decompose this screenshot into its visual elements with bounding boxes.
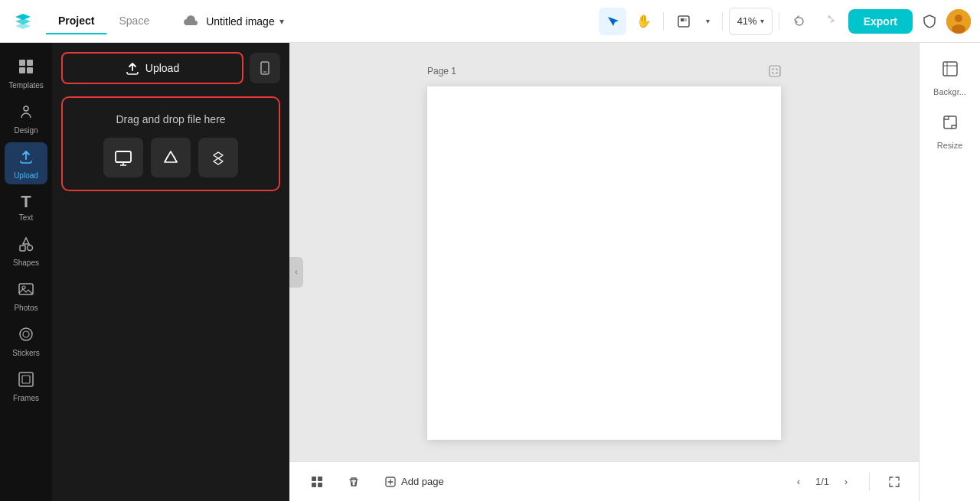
- svg-point-16: [20, 328, 32, 340]
- svg-rect-2: [681, 18, 684, 21]
- svg-point-5: [955, 15, 962, 22]
- sidebar-item-upload[interactable]: Upload: [5, 142, 47, 184]
- tab-space[interactable]: Space: [106, 8, 162, 34]
- canvas-area: Page 1 Add page ‹: [289, 43, 919, 501]
- export-button[interactable]: Export: [848, 9, 913, 34]
- svg-rect-12: [20, 246, 25, 251]
- svg-rect-7: [19, 60, 25, 66]
- next-page-button[interactable]: ›: [835, 471, 857, 493]
- templates-icon: [18, 58, 34, 78]
- page-expand-icon[interactable]: [769, 65, 781, 80]
- shapes-label: Shapes: [13, 259, 39, 267]
- resize-label: Resize: [937, 141, 963, 150]
- background-panel-item[interactable]: Backgr...: [926, 52, 975, 102]
- dropbox-upload-button[interactable]: [198, 138, 238, 177]
- svg-point-13: [28, 246, 33, 251]
- resize-icon: [941, 113, 959, 136]
- upload-panel-button[interactable]: Upload: [61, 52, 243, 84]
- zoom-value: 41%: [737, 15, 757, 27]
- sidebar-item-photos[interactable]: Photos: [5, 275, 47, 317]
- header-center: Untitled image ▾: [180, 11, 592, 32]
- page-label-row: Page 1: [427, 65, 781, 80]
- undo-button[interactable]: [786, 8, 813, 35]
- shapes-icon: [18, 236, 34, 255]
- select-tool-button[interactable]: [599, 8, 626, 35]
- page-wrapper: Page 1: [427, 65, 781, 440]
- svg-point-15: [22, 286, 25, 289]
- tab-project[interactable]: Project: [46, 8, 106, 34]
- sidebar-item-shapes[interactable]: Shapes: [5, 229, 47, 272]
- svg-rect-3: [684, 18, 687, 21]
- file-title: Untitled image: [206, 15, 275, 28]
- templates-label: Templates: [8, 81, 44, 89]
- stickers-label: Stickers: [12, 349, 40, 357]
- google-drive-upload-button[interactable]: [151, 138, 191, 177]
- device-upload-button[interactable]: [103, 138, 143, 177]
- title-dropdown-icon[interactable]: ▾: [279, 16, 284, 27]
- bottom-divider: [869, 473, 870, 491]
- svg-rect-8: [27, 60, 33, 66]
- sidebar-item-text[interactable]: T Text: [5, 187, 47, 226]
- redo-button[interactable]: [815, 8, 842, 35]
- drag-drop-text: Drag and drop file here: [116, 113, 225, 125]
- photos-icon: [18, 281, 34, 301]
- page-counter: 1/1: [815, 476, 829, 487]
- page-label-text: Page 1: [427, 66, 456, 76]
- add-page-button[interactable]: Add page: [375, 471, 453, 493]
- resize-panel-item[interactable]: Resize: [926, 106, 975, 156]
- sidebar-item-design[interactable]: Design: [5, 97, 47, 139]
- toolbar-divider-1: [663, 12, 664, 31]
- svg-point-17: [23, 331, 29, 337]
- upload-panel: Upload Drag and drop file here: [52, 43, 289, 501]
- pagination: ‹ 1/1 ›: [788, 471, 857, 493]
- svg-text:✋: ✋: [636, 15, 650, 28]
- upload-button-label: Upload: [145, 62, 179, 74]
- drag-drop-area[interactable]: Drag and drop file here: [61, 96, 280, 191]
- svg-rect-23: [769, 66, 780, 76]
- header: Project Space Untitled image ▾ ✋ ▾ 41% ▾: [0, 0, 980, 43]
- svg-rect-9: [19, 67, 25, 73]
- cloud-icon: [180, 11, 201, 32]
- design-icon: [18, 103, 34, 123]
- toolbar-divider-3: [779, 12, 779, 31]
- design-label: Design: [14, 126, 38, 135]
- sidebar-item-stickers[interactable]: Stickers: [5, 320, 47, 362]
- delete-button[interactable]: [338, 471, 369, 493]
- shield-icon[interactable]: [916, 8, 943, 35]
- panel-header: Upload: [52, 43, 289, 90]
- fullscreen-button[interactable]: [882, 470, 906, 494]
- layout-tool-button[interactable]: [670, 8, 697, 35]
- toolbar-divider-2: [722, 12, 723, 31]
- svg-rect-30: [944, 116, 956, 129]
- svg-rect-29: [943, 62, 957, 76]
- background-icon: [941, 60, 959, 83]
- svg-rect-26: [312, 483, 316, 487]
- grid-view-button[interactable]: [302, 471, 332, 493]
- sidebar-item-templates[interactable]: Templates: [5, 52, 47, 94]
- upload-icon: [18, 148, 34, 168]
- avatar[interactable]: [946, 9, 971, 34]
- pan-tool-button[interactable]: ✋: [629, 8, 657, 35]
- svg-rect-22: [116, 151, 131, 162]
- main-body: Templates Design Upload T Text Shapes: [0, 43, 980, 501]
- svg-rect-24: [312, 477, 316, 481]
- header-tools: ✋ ▾ 41% ▾ Export: [599, 8, 971, 35]
- logo[interactable]: [9, 8, 37, 35]
- frames-label: Frames: [13, 394, 39, 402]
- upload-source-icons: [103, 138, 238, 177]
- sidebar-item-frames[interactable]: Frames: [5, 365, 47, 407]
- right-panel: Backgr... Resize: [919, 43, 980, 501]
- layout-dropdown-button[interactable]: ▾: [701, 8, 716, 35]
- text-icon: T: [21, 194, 31, 210]
- canvas-scroll: Page 1: [289, 43, 919, 461]
- prev-page-button[interactable]: ‹: [788, 471, 809, 493]
- svg-point-6: [952, 24, 965, 34]
- canvas-page[interactable]: [427, 86, 781, 440]
- stickers-icon: [18, 326, 34, 346]
- svg-rect-19: [22, 376, 30, 383]
- background-label: Backgr...: [933, 87, 966, 96]
- mobile-button[interactable]: [250, 53, 280, 83]
- undo-redo-group: [786, 8, 842, 35]
- panel-collapse-handle[interactable]: ‹: [289, 257, 303, 288]
- zoom-control[interactable]: 41% ▾: [729, 8, 773, 35]
